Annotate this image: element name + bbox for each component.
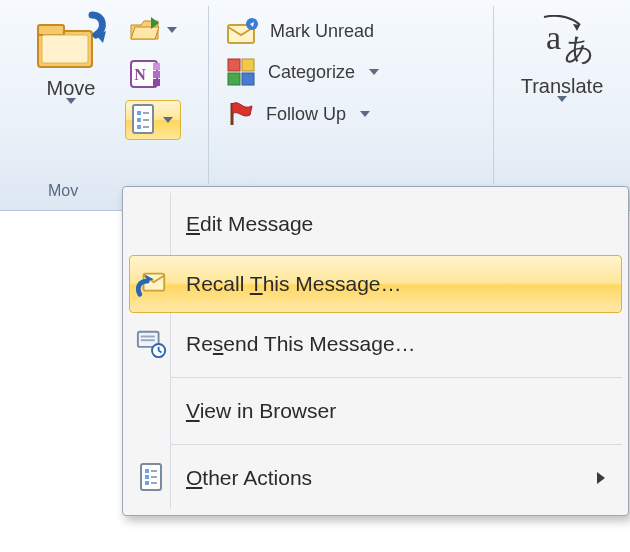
translate-icon: a あ — [530, 15, 594, 71]
dropdown-caret-icon — [167, 27, 177, 33]
move-button-label: Move — [47, 77, 96, 100]
dropdown-caret-icon — [369, 69, 379, 75]
svg-rect-18 — [242, 59, 254, 71]
mark-unread-button[interactable]: Mark Unread — [219, 12, 483, 50]
svg-rect-1 — [38, 25, 64, 35]
svg-text:a: a — [546, 19, 561, 56]
categorize-button[interactable]: Categorize — [219, 52, 483, 92]
move-button[interactable]: Move — [27, 6, 115, 109]
categorize-label: Categorize — [268, 62, 355, 83]
flag-icon — [226, 99, 256, 129]
dropdown-caret-icon — [557, 96, 567, 102]
open-folder-icon — [129, 15, 163, 45]
svg-rect-5 — [153, 71, 160, 78]
svg-rect-11 — [137, 125, 141, 129]
dropdown-caret-icon — [360, 111, 370, 117]
svg-rect-6 — [153, 79, 160, 86]
svg-text:N: N — [134, 66, 146, 83]
categorize-icon — [226, 57, 258, 87]
dropdown-caret-icon — [66, 98, 76, 104]
svg-text:あ: あ — [564, 32, 594, 65]
actions-document-icon — [129, 103, 159, 137]
translate-button[interactable]: a あ Translate — [514, 10, 611, 107]
follow-up-button[interactable]: Follow Up — [219, 94, 483, 134]
menu-item-edit-message[interactable]: Edit Message — [129, 195, 622, 211]
actions-menu: Edit Message Recall This Message… Resend — [122, 186, 629, 211]
open-folder-button[interactable] — [125, 12, 181, 48]
onenote-button[interactable]: N — [125, 56, 181, 92]
translate-label: Translate — [521, 75, 604, 98]
group-move: Move — [0, 0, 208, 204]
ribbon: Move — [0, 0, 630, 211]
follow-up-label: Follow Up — [266, 104, 346, 125]
svg-rect-10 — [137, 118, 141, 122]
group-tags: Mark Unread Categorize — [209, 0, 493, 204]
svg-rect-20 — [242, 73, 254, 85]
envelope-unread-icon — [226, 17, 260, 45]
svg-rect-4 — [153, 63, 160, 70]
onenote-icon: N — [129, 59, 163, 89]
group-translate: a あ Translate — [494, 0, 630, 204]
svg-rect-19 — [228, 73, 240, 85]
dropdown-caret-icon — [163, 117, 173, 123]
actions-button[interactable] — [125, 100, 181, 140]
blank-icon — [136, 208, 168, 211]
mark-unread-label: Mark Unread — [270, 21, 374, 42]
svg-rect-17 — [228, 59, 240, 71]
svg-rect-2 — [42, 35, 88, 63]
move-folder-icon — [34, 11, 108, 73]
svg-rect-9 — [137, 111, 141, 115]
